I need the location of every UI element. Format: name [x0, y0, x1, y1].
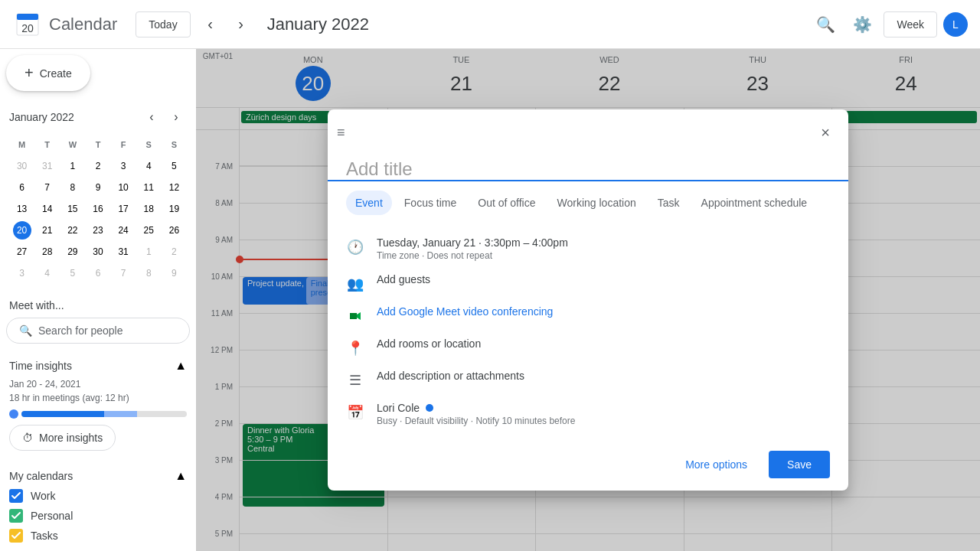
mini-cal-day[interactable]: 1: [136, 241, 162, 262]
time-insights-content: Jan 20 - 24, 2021 18 hr in meetings (avg…: [6, 376, 190, 454]
modal-overlay[interactable]: ≡ × Event Focus time Out of office Worki…: [196, 49, 980, 551]
mini-cal-day[interactable]: 31: [34, 155, 60, 177]
tab-working-location[interactable]: Working location: [548, 191, 645, 215]
user-avatar[interactable]: L: [943, 12, 968, 37]
time-insights-header[interactable]: Time insights ▲: [6, 356, 190, 376]
mini-cal-day[interactable]: 30: [85, 241, 110, 262]
mini-cal-day[interactable]: 6: [9, 177, 34, 198]
calendar-checkbox[interactable]: [9, 489, 23, 503]
tab-focus-time[interactable]: Focus time: [395, 191, 466, 215]
mini-cal-day[interactable]: 4: [136, 155, 162, 177]
next-button[interactable]: ›: [227, 11, 255, 38]
mini-cal-day[interactable]: 25: [136, 220, 162, 241]
view-selector[interactable]: Week: [884, 11, 937, 37]
add-description-label[interactable]: Add description or attachments: [377, 370, 524, 382]
mini-cal-day[interactable]: 24: [111, 220, 136, 241]
nav-buttons: ‹ ›: [197, 11, 255, 38]
add-guests-label[interactable]: Add guests: [377, 273, 430, 285]
datetime-row: 🕐 Tuesday, January 21 · 3:30pm – 4:00pm …: [346, 230, 830, 267]
modal-close-button[interactable]: ×: [812, 119, 839, 146]
my-calendars-section: My calendars ▲ Work Personal Tasks: [6, 466, 190, 546]
calendar-checkbox[interactable]: [9, 509, 23, 523]
tab-appointment-schedule[interactable]: Appointment schedule: [692, 191, 817, 215]
mini-cal-day[interactable]: 11: [136, 177, 162, 198]
settings-button[interactable]: ⚙️: [847, 9, 877, 40]
search-people-input[interactable]: 🔍 Search for people: [6, 318, 190, 344]
description-row: ☰ Add description or attachments: [346, 364, 830, 396]
more-options-button[interactable]: More options: [673, 452, 760, 477]
main-layout: + Create January 2022 ‹ › M T W T: [0, 49, 980, 551]
calendar-item[interactable]: Tasks: [6, 526, 190, 546]
mini-cal-day[interactable]: 30: [9, 155, 34, 177]
mini-cal-next[interactable]: ›: [165, 106, 187, 128]
mini-cal-day[interactable]: 23: [85, 220, 110, 241]
time-insights-title: Time insights: [9, 360, 72, 372]
mini-cal-day[interactable]: 10: [111, 177, 136, 198]
mini-cal-day[interactable]: 2: [85, 155, 110, 177]
more-insights-button[interactable]: ⏱ More insights: [9, 425, 116, 451]
calendar-item-label: Work: [31, 490, 55, 502]
weekday-s: S: [136, 134, 162, 155]
weekday-w: W: [60, 134, 85, 155]
weekday-m: M: [9, 134, 34, 155]
mini-cal-day[interactable]: 1: [60, 155, 85, 177]
mini-cal-day[interactable]: 31: [111, 241, 136, 262]
prev-button[interactable]: ‹: [197, 11, 224, 38]
topbar-right: 🔍 ⚙️ Week L: [810, 9, 968, 40]
modal-body: 🕐 Tuesday, January 21 · 3:30pm – 4:00pm …: [328, 224, 848, 439]
mini-cal-day[interactable]: 21: [34, 220, 60, 241]
mini-cal-day[interactable]: 22: [60, 220, 85, 241]
mini-cal-day[interactable]: 9: [85, 177, 110, 198]
create-button[interactable]: + Create: [6, 55, 90, 91]
mini-cal-day[interactable]: 15: [60, 198, 85, 220]
mini-cal-day[interactable]: 19: [162, 198, 187, 220]
datetime-content: Tuesday, January 21 · 3:30pm – 4:00pm Ti…: [377, 236, 830, 261]
search-button[interactable]: 🔍: [810, 9, 841, 40]
calendar-meta: Busy · Default visibility · Notify 10 mi…: [377, 416, 830, 426]
tab-event[interactable]: Event: [346, 191, 392, 215]
calendar-item[interactable]: Personal: [6, 506, 190, 526]
calendar-row: 📅 Lori Cole Busy · Default visibility · …: [346, 396, 830, 432]
mini-cal-day[interactable]: 3: [111, 155, 136, 177]
mini-cal-day[interactable]: 14: [34, 198, 60, 220]
mini-cal-day[interactable]: 6: [85, 262, 110, 284]
mini-cal-day[interactable]: 13: [9, 198, 34, 220]
mini-cal-day[interactable]: 18: [136, 198, 162, 220]
google-meet-icon: [346, 307, 364, 325]
today-button[interactable]: Today: [136, 11, 190, 37]
mini-cal-day[interactable]: 2: [162, 241, 187, 262]
event-datetime[interactable]: Tuesday, January 21 · 3:30pm – 4:00pm: [377, 236, 830, 249]
add-location-label[interactable]: Add rooms or location: [377, 337, 481, 350]
mini-cal-day[interactable]: 8: [60, 177, 85, 198]
mini-cal-day[interactable]: 8: [136, 262, 162, 284]
mini-cal-day[interactable]: 3: [9, 262, 34, 284]
add-meet-label[interactable]: Add Google Meet video conferencing: [377, 305, 553, 318]
calendar-content: Lori Cole Busy · Default visibility · No…: [377, 402, 830, 426]
mini-cal-prev[interactable]: ‹: [141, 106, 162, 128]
mini-cal-day[interactable]: 5: [162, 155, 187, 177]
my-calendars-header[interactable]: My calendars ▲: [6, 466, 190, 486]
mini-cal-day[interactable]: 27: [9, 241, 34, 262]
mini-cal-day[interactable]: 12: [162, 177, 187, 198]
tab-task[interactable]: Task: [648, 191, 689, 215]
tab-out-of-office[interactable]: Out of office: [469, 191, 544, 215]
mini-cal-day[interactable]: 28: [34, 241, 60, 262]
mini-cal-day[interactable]: 7: [34, 177, 60, 198]
event-title-input[interactable]: [328, 146, 848, 181]
mini-cal-day[interactable]: 16: [85, 198, 110, 220]
save-button[interactable]: Save: [769, 451, 830, 478]
insights-date: Jan 20 - 24, 2021: [9, 379, 187, 390]
mini-cal-day[interactable]: 5: [60, 262, 85, 284]
calendar-item[interactable]: Work: [6, 486, 190, 506]
mini-cal-day[interactable]: 9: [162, 262, 187, 284]
mini-cal-grid: M T W T F S S 30311234567891011121314151…: [9, 134, 187, 284]
calendar-checkbox[interactable]: [9, 529, 23, 543]
mini-cal-day[interactable]: 7: [111, 262, 136, 284]
mini-cal-day[interactable]: 20: [9, 220, 34, 241]
mini-cal-day[interactable]: 4: [34, 262, 60, 284]
event-timezone[interactable]: Time zone · Does not repeat: [377, 250, 830, 261]
mini-cal-day[interactable]: 26: [162, 220, 187, 241]
mini-cal-day[interactable]: 17: [111, 198, 136, 220]
bar-dot: [9, 409, 18, 419]
mini-cal-day[interactable]: 29: [60, 241, 85, 262]
